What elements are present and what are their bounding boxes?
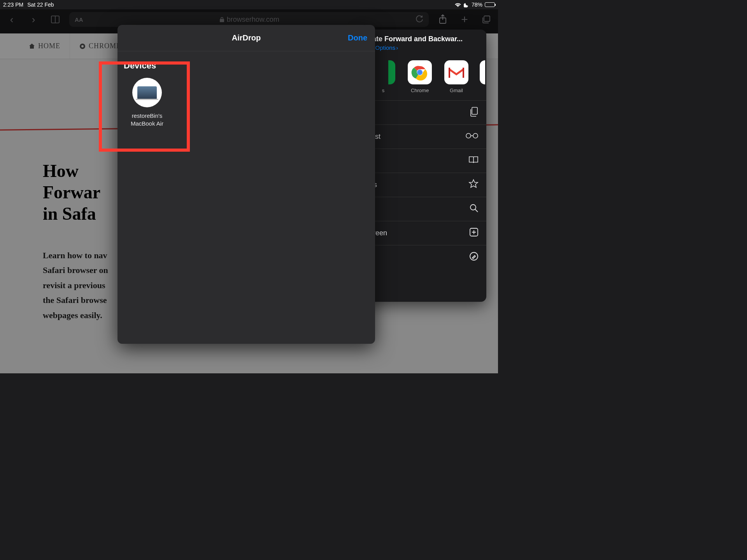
gmail-app-icon [444, 60, 468, 84]
wifi-icon [454, 2, 461, 7]
svg-point-9 [418, 70, 422, 74]
status-left: 2:23 PM Sat 22 Feb [3, 2, 54, 8]
star-icon [468, 179, 479, 191]
share-app-more[interactable] [479, 60, 486, 93]
chrome-app-icon [408, 60, 432, 84]
do-not-disturb-icon [464, 2, 469, 7]
status-time: 2:23 PM [3, 2, 23, 8]
glasses-icon [465, 133, 479, 141]
app-icon [480, 60, 485, 84]
share-action-markup[interactable] [362, 245, 486, 269]
share-subtitle: m Options › [368, 44, 480, 51]
status-date: Sat 22 Feb [27, 2, 54, 8]
status-bar: 2:23 PM Sat 22 Feb 78% [0, 0, 498, 9]
plus-square-icon [469, 228, 479, 239]
book-icon [468, 156, 479, 166]
battery-percent: 78% [472, 2, 482, 8]
share-action-bookmark[interactable] [362, 149, 486, 173]
battery-icon [485, 2, 495, 7]
status-right: 78% [454, 2, 495, 8]
svg-point-14 [470, 205, 476, 210]
annotation-highlight-box [99, 61, 190, 152]
svg-point-11 [466, 133, 471, 138]
share-title: gate Forward and Backwar... [368, 35, 480, 43]
share-options-button[interactable]: Options › [375, 44, 398, 51]
share-action-reading-list[interactable]: List [362, 124, 486, 149]
chevron-right-icon: › [396, 44, 398, 51]
share-app-gmail[interactable]: Gmail [442, 60, 471, 93]
share-action-copy[interactable] [362, 100, 486, 124]
svg-point-12 [473, 133, 478, 138]
share-action-favorites[interactable]: es [362, 173, 486, 197]
share-app-chrome[interactable]: Chrome [405, 60, 434, 93]
share-sheet: gate Forward and Backwar... m Options › … [362, 30, 486, 302]
copy-icon [469, 107, 479, 119]
airdrop-title: AirDrop [232, 33, 261, 42]
svg-rect-10 [472, 107, 477, 114]
share-action-home-screen[interactable]: creen [362, 221, 486, 245]
share-app-row: s Chrome Gmail [362, 56, 486, 100]
markup-icon [469, 252, 479, 263]
svg-line-15 [475, 209, 478, 212]
airdrop-done-button[interactable]: Done [348, 33, 367, 42]
search-icon [469, 203, 479, 215]
app-icon [388, 60, 395, 84]
share-action-find[interactable] [362, 197, 486, 221]
